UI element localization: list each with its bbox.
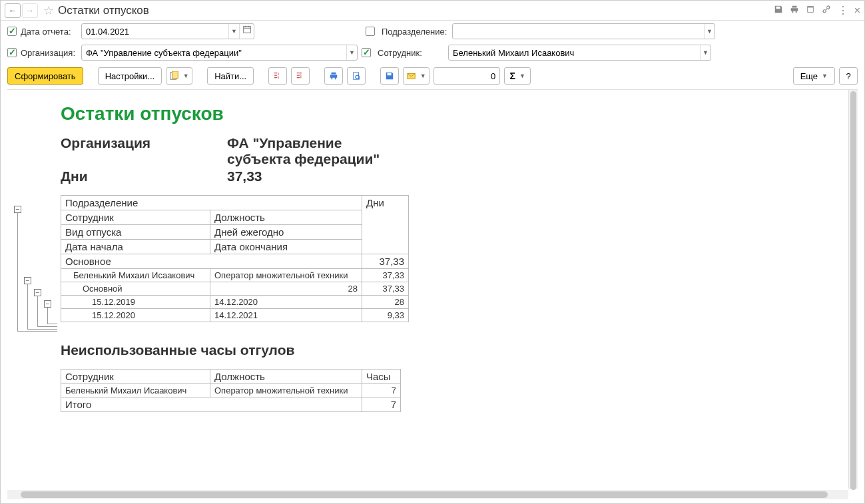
tree-collapse-node[interactable]: −	[14, 206, 21, 213]
link-icon[interactable]	[822, 5, 831, 16]
more-button[interactable]: Еще▼	[793, 67, 835, 85]
sub-cell-total-label: Итого	[61, 397, 362, 412]
table-row[interactable]: 15.12.2020 14.12.2021 9,33	[61, 309, 409, 322]
cell-type-name: Основной	[61, 282, 210, 296]
print-icon[interactable]	[790, 5, 799, 16]
back-button[interactable]: ←	[5, 3, 21, 18]
horizontal-scrollbar[interactable]	[7, 490, 848, 499]
svg-rect-2	[172, 71, 178, 79]
print-button[interactable]	[324, 67, 343, 85]
sub-table: Сотрудник Должность Часы Беленький Михаи…	[61, 369, 401, 412]
favorite-icon[interactable]: ☆	[43, 3, 54, 18]
cell-emp-days: 37,33	[362, 269, 409, 282]
summary-days-label: Дни	[61, 168, 227, 184]
hdr-end: Дата окончания	[210, 240, 362, 254]
tree-collapse-node[interactable]: −	[34, 289, 41, 296]
cell-p1-start: 15.12.2019	[61, 296, 210, 309]
vertical-scrollbar[interactable]	[848, 90, 858, 489]
org-input[interactable]	[82, 48, 346, 58]
dept-dropdown-icon[interactable]: ▼	[704, 24, 715, 39]
new-window-icon[interactable]	[806, 5, 815, 16]
date-dropdown-icon[interactable]: ▼	[228, 24, 239, 39]
tree-collapse-node[interactable]: −	[44, 300, 51, 308]
table-row[interactable]: Основное 37,33	[61, 254, 409, 269]
sub-cell-emp: Беленький Михаил Исаакович	[61, 384, 210, 397]
generate-button[interactable]: Сформировать	[7, 67, 83, 85]
toolbar-variants-button[interactable]: ▼	[166, 67, 192, 85]
hdr-per-year: Дней ежегодно	[210, 225, 362, 240]
tree-gutter: − − − −	[7, 90, 61, 499]
summary-org-value: ФА "Управление субъекта федерации"	[227, 135, 407, 167]
summary-days-value: 37,33	[227, 168, 407, 184]
svg-rect-0	[243, 27, 250, 33]
more-icon[interactable]: ⋮	[838, 4, 848, 17]
cell-emp-pos: Оператор множительной техники	[210, 269, 362, 282]
dept-input[interactable]	[453, 27, 704, 37]
hdr-days: Дни	[362, 196, 409, 254]
hdr-emp: Сотрудник	[61, 210, 210, 225]
emp-input[interactable]	[449, 48, 700, 58]
save-icon[interactable]	[774, 5, 783, 16]
emp-label: Сотрудник:	[378, 48, 444, 58]
sub-report-title: Неиспользованные часы отгулов	[61, 342, 858, 358]
sub-hdr-pos: Должность	[210, 370, 362, 384]
table-row[interactable]: Основной 28 37,33	[61, 282, 409, 296]
collapse-all-button[interactable]	[291, 67, 310, 85]
cell-p1-end: 14.12.2020	[210, 296, 362, 309]
dept-checkbox[interactable]	[366, 27, 375, 36]
help-button[interactable]: ?	[839, 67, 858, 85]
hdr-start: Дата начала	[61, 240, 210, 254]
hdr-dept: Подразделение	[61, 196, 362, 210]
cell-emp-name: Беленький Михаил Исаакович	[61, 269, 210, 282]
table-row[interactable]: Беленький Михаил Исаакович Оператор множ…	[61, 269, 409, 282]
sum-input[interactable]	[433, 67, 500, 85]
send-button[interactable]: ▼	[403, 67, 430, 85]
date-checkbox[interactable]	[7, 27, 17, 36]
report-title: Остатки отпусков	[61, 103, 858, 125]
main-table: Подразделение Дни Сотрудник Должность Ви…	[61, 195, 409, 322]
tree-collapse-node[interactable]: −	[24, 277, 31, 284]
report-area: − − − − Остатки отпусков Организация ФА …	[7, 89, 858, 499]
close-icon[interactable]: ×	[854, 5, 860, 17]
find-button[interactable]: Найти...	[207, 67, 254, 85]
sub-cell-hours: 7	[362, 384, 401, 397]
table-row[interactable]: Беленький Михаил Исаакович Оператор множ…	[61, 384, 401, 397]
hdr-pos: Должность	[210, 210, 362, 225]
date-input-combo[interactable]: ▼	[81, 23, 254, 39]
date-input[interactable]	[82, 27, 228, 37]
filter-row-2: Организация: ▼ Сотрудник: ▼	[1, 42, 864, 63]
print-preview-button[interactable]	[347, 67, 366, 85]
org-label: Организация:	[21, 48, 77, 58]
org-input-combo[interactable]: ▼	[81, 45, 358, 61]
cell-type-days: 37,33	[362, 282, 409, 296]
org-dropdown-icon[interactable]: ▼	[346, 45, 357, 60]
page-title: Остатки отпусков	[58, 4, 774, 17]
emp-input-combo[interactable]: ▼	[448, 45, 711, 61]
settings-button[interactable]: Настройки...	[98, 67, 162, 85]
cell-p2-days: 9,33	[362, 309, 409, 322]
table-row[interactable]: 15.12.2019 14.12.2020 28	[61, 296, 409, 309]
table-row[interactable]: Итого 7	[61, 397, 401, 412]
filter-row-1: Дата отчета: ▼ Подразделение: ▼	[1, 21, 864, 42]
org-checkbox[interactable]	[7, 48, 17, 57]
dept-label: Подразделение:	[382, 27, 448, 37]
report-content: Остатки отпусков Организация ФА "Управле…	[61, 90, 858, 499]
titlebar: ← → ☆ Остатки отпусков ⋮ ×	[1, 1, 864, 21]
sigma-button[interactable]: Σ ▼	[504, 67, 531, 85]
cell-dept-days: 37,33	[362, 254, 409, 269]
emp-dropdown-icon[interactable]: ▼	[700, 45, 711, 60]
save-button[interactable]	[380, 67, 399, 85]
sub-hdr-hours: Часы	[362, 370, 401, 384]
emp-checkbox[interactable]	[362, 48, 371, 57]
expand-all-button[interactable]	[268, 67, 287, 85]
calendar-icon[interactable]	[239, 24, 254, 39]
hdr-type: Вид отпуска	[61, 225, 210, 240]
toolbar: Сформировать Настройки... ▼ Найти... ▼	[1, 63, 864, 89]
dept-input-combo[interactable]: ▼	[452, 23, 715, 39]
sub-cell-total-hours: 7	[362, 397, 401, 412]
cell-p1-days: 28	[362, 296, 409, 309]
summary-org-label: Организация	[61, 135, 227, 167]
date-label: Дата отчета:	[21, 27, 77, 37]
forward-button[interactable]: →	[22, 3, 38, 18]
sub-hdr-emp: Сотрудник	[61, 370, 210, 384]
